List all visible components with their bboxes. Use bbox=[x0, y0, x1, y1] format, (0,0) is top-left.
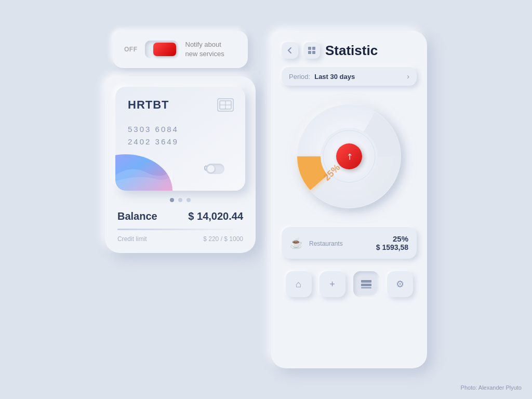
balance-amount: $ 14,020.44 bbox=[188, 210, 243, 222]
card-panel: HRTBT 5303 6084 2402 3649 bbox=[105, 76, 256, 253]
credit-limit-row: Credit limit $ 220 / $ 1000 bbox=[115, 235, 245, 243]
notify-text: Notify about new services bbox=[185, 40, 224, 59]
notify-toggle[interactable] bbox=[145, 41, 178, 58]
restaurant-percent: 25% bbox=[376, 234, 408, 243]
nav-add-button[interactable]: + bbox=[320, 271, 345, 297]
period-value: Last 30 days bbox=[314, 73, 403, 81]
svg-rect-5 bbox=[308, 47, 311, 50]
settings-icon: ⚙ bbox=[396, 278, 404, 290]
back-button[interactable] bbox=[282, 42, 298, 59]
balance-row: Balance $ 14,020.44 bbox=[115, 210, 245, 222]
restaurant-card: ☕ Restaurants 25% $ 1593,58 bbox=[282, 227, 417, 259]
svg-rect-8 bbox=[312, 51, 315, 54]
svg-rect-13 bbox=[361, 280, 371, 283]
period-chevron-icon: › bbox=[407, 72, 409, 81]
credit-card: HRTBT 5303 6084 2402 3649 bbox=[115, 87, 245, 191]
card-toggle-switch[interactable] bbox=[206, 164, 224, 174]
restaurant-name: Restaurants bbox=[309, 240, 370, 247]
pie-center-button[interactable]: ↗ bbox=[336, 143, 362, 169]
arrow-up-right-icon: ↗ bbox=[343, 151, 355, 163]
card-decoration bbox=[115, 144, 172, 191]
balance-label: Balance bbox=[117, 210, 157, 222]
credit-limit-label: Credit limit bbox=[117, 235, 147, 243]
card-toggle-thumb bbox=[207, 165, 215, 172]
cards-icon bbox=[361, 280, 371, 288]
pie-chart: 25% ↗ bbox=[292, 99, 406, 214]
photo-credit: Photo: Alexander Plyuto bbox=[461, 384, 522, 391]
bottom-nav: ⌂ + ⚙ bbox=[282, 267, 417, 297]
svg-rect-14 bbox=[361, 284, 371, 286]
dot-3[interactable] bbox=[187, 198, 191, 202]
statistic-panel: Statistic Period: Last 30 days › bbox=[271, 31, 427, 368]
restaurant-stats: 25% $ 1593,58 bbox=[376, 234, 408, 251]
balance-divider bbox=[117, 229, 243, 230]
grid-icon bbox=[308, 46, 316, 55]
restaurant-info: Restaurants bbox=[309, 239, 370, 247]
restaurant-icon: ☕ bbox=[290, 237, 303, 249]
add-icon: + bbox=[329, 279, 335, 290]
nav-settings-button[interactable]: ⚙ bbox=[387, 271, 413, 297]
stat-title: Statistic bbox=[325, 43, 378, 59]
period-selector[interactable]: Period: Last 30 days › bbox=[282, 67, 417, 86]
back-icon bbox=[286, 46, 294, 55]
svg-rect-7 bbox=[308, 51, 311, 54]
svg-rect-15 bbox=[361, 287, 371, 288]
grid-button[interactable] bbox=[303, 42, 320, 59]
svg-rect-6 bbox=[312, 47, 315, 50]
dot-2[interactable] bbox=[178, 198, 182, 202]
home-icon: ⌂ bbox=[296, 279, 301, 290]
notify-card: OFF Notify about new services bbox=[113, 31, 248, 68]
restaurant-amount: $ 1593,58 bbox=[376, 243, 408, 251]
toggle-thumb bbox=[153, 43, 176, 56]
stat-header: Statistic bbox=[282, 42, 417, 59]
card-chip-icon bbox=[217, 98, 234, 112]
nav-home-button[interactable]: ⌂ bbox=[286, 271, 312, 297]
off-label: OFF bbox=[124, 46, 138, 53]
card-carousel-dots bbox=[115, 198, 245, 202]
period-label: Period: bbox=[289, 73, 310, 81]
nav-cards-button[interactable] bbox=[353, 271, 379, 297]
credit-limit-value: $ 220 / $ 1000 bbox=[203, 235, 243, 243]
chart-container: 25% ↗ bbox=[282, 94, 417, 219]
dot-1[interactable] bbox=[170, 198, 174, 202]
